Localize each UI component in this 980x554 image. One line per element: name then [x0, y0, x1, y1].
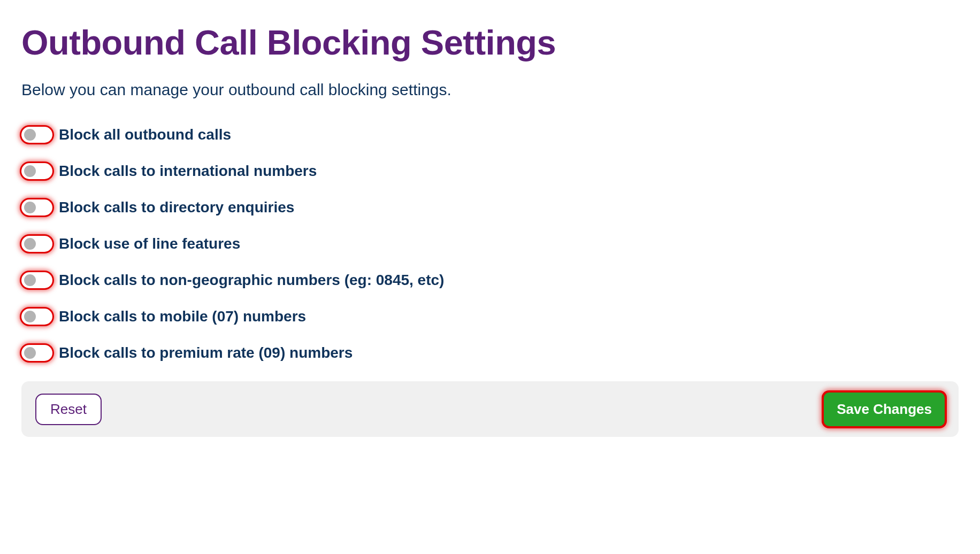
options-list: Block all outbound calls Block calls to … [21, 127, 959, 361]
toggle-block-nongeographic[interactable] [21, 272, 52, 288]
toggle-knob-icon [24, 129, 36, 141]
toggle-block-premium[interactable] [21, 345, 52, 361]
option-label: Block calls to directory enquiries [59, 200, 294, 215]
option-label: Block all outbound calls [59, 127, 231, 142]
option-label: Block calls to mobile (07) numbers [59, 309, 306, 324]
toggle-knob-icon [24, 311, 36, 322]
toggle-block-international[interactable] [21, 163, 52, 179]
option-block-nongeographic: Block calls to non-geographic numbers (e… [21, 272, 959, 288]
reset-button[interactable]: Reset [35, 394, 102, 425]
option-block-line-features: Block use of line features [21, 236, 959, 252]
toggle-knob-icon [24, 165, 36, 177]
toggle-block-mobile[interactable] [21, 309, 52, 325]
toggle-block-line-features[interactable] [21, 236, 52, 252]
option-label: Block calls to non-geographic numbers (e… [59, 273, 444, 288]
option-block-mobile: Block calls to mobile (07) numbers [21, 309, 959, 325]
option-label: Block calls to international numbers [59, 164, 317, 179]
toggle-knob-icon [24, 274, 36, 286]
footer-bar: Reset Save Changes [21, 381, 959, 437]
toggle-block-directory-enquiries[interactable] [21, 199, 52, 216]
save-changes-button[interactable]: Save Changes [824, 393, 945, 426]
toggle-knob-icon [24, 238, 36, 250]
settings-page: Outbound Call Blocking Settings Below yo… [0, 0, 980, 437]
page-title: Outbound Call Blocking Settings [21, 22, 959, 63]
option-label: Block calls to premium rate (09) numbers [59, 345, 353, 360]
option-block-international: Block calls to international numbers [21, 163, 959, 179]
toggle-knob-icon [24, 202, 36, 213]
option-block-premium: Block calls to premium rate (09) numbers [21, 345, 959, 361]
option-block-directory-enquiries: Block calls to directory enquiries [21, 199, 959, 216]
option-label: Block use of line features [59, 236, 240, 251]
toggle-block-all-outbound[interactable] [21, 127, 52, 143]
page-subtitle: Below you can manage your outbound call … [21, 81, 959, 99]
option-block-all-outbound: Block all outbound calls [21, 127, 959, 143]
toggle-knob-icon [24, 347, 36, 359]
